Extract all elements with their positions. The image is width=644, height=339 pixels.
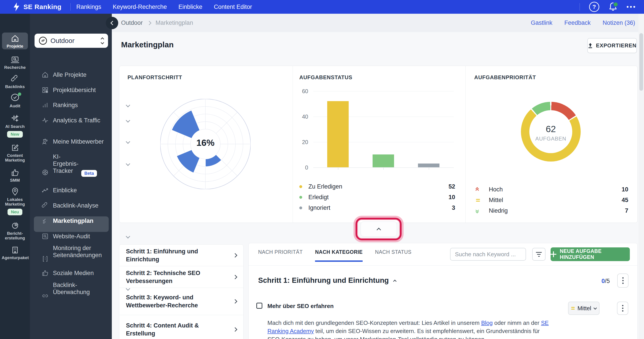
- panel-divider: [293, 66, 293, 223]
- laptop-search-icon: [11, 56, 20, 64]
- section-title: Schritt 1: Einführung und Einrichtung: [258, 276, 389, 285]
- chevron-down-icon: [126, 234, 130, 239]
- filter-button[interactable]: [532, 248, 546, 261]
- donut-center-label: 62 AUFGABEN: [529, 124, 573, 142]
- panel-collapse-button[interactable]: [361, 222, 397, 237]
- add-task-button[interactable]: NEUE AUFGABE HINZUFÜGEN: [550, 247, 630, 261]
- audit-icon-wrap: [11, 93, 20, 102]
- bar-erledigt: [372, 154, 394, 167]
- step-row-3[interactable]: Schritt 3: Keyword- und Wettbewerber-Rec…: [119, 288, 243, 315]
- chevron-right-icon: [233, 275, 237, 279]
- help-icon[interactable]: ?: [589, 2, 599, 12]
- panel-divider: [465, 66, 466, 223]
- checklist-icon: [42, 218, 48, 224]
- link-monitor-icon: [42, 293, 48, 299]
- rail-item-berichterstellung[interactable]: Bericht-erstellung: [0, 222, 30, 240]
- step-row-2[interactable]: Schritt 2: Technische SEO Verbesserungen: [119, 266, 243, 288]
- keyword-search: [450, 248, 526, 261]
- thumbs-up-icon: [11, 169, 19, 177]
- breadcrumb-bar: Outdoor Marketingplan Gastlink Feedback …: [112, 14, 644, 32]
- site-audit-icon: [42, 233, 48, 240]
- feedback-link[interactable]: Feedback: [564, 19, 591, 26]
- task-menu-button[interactable]: [617, 302, 628, 315]
- project-name: Outdoor: [50, 37, 101, 44]
- gastlink-link[interactable]: Gastlink: [531, 19, 552, 26]
- legend-zu-erledigen: Zu Erledigen 52: [299, 183, 455, 190]
- status-dot-icon: [299, 196, 302, 199]
- competitors-icon: [42, 138, 48, 145]
- nav-rankings[interactable]: Rankings: [76, 3, 102, 10]
- rail-item-backlinks[interactable]: Backlinks: [0, 75, 30, 89]
- tab-nach-kategorie[interactable]: NACH KATEGORIE: [315, 249, 362, 262]
- collapse-section-icon: [393, 280, 397, 283]
- map-pin-icon: [11, 187, 19, 196]
- project-avatar: [39, 37, 47, 45]
- priority-dropdown[interactable]: Mittel: [568, 302, 600, 315]
- home-icon: [11, 34, 19, 42]
- priority-card-title: AUFGABENPRIORITÄT: [474, 74, 536, 80]
- notification-dot: [613, 2, 618, 7]
- export-button[interactable]: EXPORTIEREN: [587, 38, 637, 53]
- page-changes-icon: [42, 256, 48, 262]
- sparkles-icon: [11, 114, 20, 123]
- bar-chart-icon: [42, 102, 48, 108]
- tab-nach-status[interactable]: NACH STATUS: [375, 249, 411, 262]
- pulse-icon: [42, 117, 48, 124]
- rail-item-recherche[interactable]: Recherche: [0, 56, 30, 70]
- rail-item-smm[interactable]: SMM: [0, 169, 30, 183]
- rail-item-audit[interactable]: Audit: [0, 93, 30, 108]
- sidebar-collapse-button[interactable]: [106, 17, 118, 29]
- brand[interactable]: SE Ranking: [13, 2, 62, 11]
- link-icon: [11, 75, 19, 83]
- notifications-bell[interactable]: [608, 2, 618, 11]
- section-menu-button[interactable]: [617, 274, 628, 288]
- top-navbar: SE Ranking Rankings Keyword-Recherche Ei…: [0, 0, 644, 14]
- tab-nach-prioritaet[interactable]: NACH PRIORITÄT: [258, 249, 303, 262]
- building-icon: [11, 246, 19, 254]
- nav-einblicke[interactable]: Einblicke: [178, 3, 202, 10]
- link-icon: [42, 202, 48, 209]
- bar-zu-erledigen: [327, 101, 349, 167]
- project-sidebar: Projekte Outdoor Alle Projekte Projektüb…: [30, 14, 112, 339]
- nav-keyword-recherche[interactable]: Keyword-Recherche: [113, 3, 167, 10]
- priority-low-icon: [476, 209, 484, 213]
- icon-rail: Projekte Recherche Backlinks Audit AI Se…: [0, 14, 30, 339]
- breadcrumb-separator-icon: [147, 21, 152, 25]
- step-row-1[interactable]: Schritt 1: Einführung und Einrichtung: [119, 245, 243, 266]
- top-navigation: Rankings Keyword-Recherche Einblicke Con…: [76, 3, 252, 10]
- notizen-link[interactable]: Notizen (36): [602, 19, 635, 26]
- dashboard-grid-icon: [42, 87, 48, 93]
- rail-item-ai-search[interactable]: AI Search New: [0, 114, 30, 138]
- new-badge: New: [7, 131, 23, 138]
- bolt-icon: [13, 2, 20, 11]
- rail-item-lokales-marketing[interactable]: Lokales Marketing Neu: [0, 187, 30, 215]
- status-dot-icon: [299, 185, 302, 188]
- priority-medium-icon: [571, 307, 575, 310]
- tabs-divider: [248, 265, 637, 266]
- nav-content-editor[interactable]: Content Editor: [214, 3, 252, 10]
- edit-square-icon: [11, 144, 19, 152]
- section-header[interactable]: Schritt 1: Einführung und Einrichtung: [258, 276, 396, 285]
- legend-hoch: Hoch 10: [476, 186, 628, 193]
- step-row-4[interactable]: Schritt 4: Content Audit & Erstellung: [119, 315, 243, 339]
- y-tick-20: 20: [293, 139, 308, 145]
- rail-item-agenturpaket[interactable]: Agenturpaket: [0, 246, 30, 260]
- legend-niedrig: Niedrig 7: [476, 207, 628, 214]
- task-checkbox[interactable]: [256, 303, 262, 309]
- breadcrumb-project[interactable]: Outdoor: [121, 19, 143, 26]
- rail-item-projekte[interactable]: Projekte: [0, 34, 30, 48]
- legend-mittel: Mittel 45: [476, 197, 628, 204]
- blog-link[interactable]: Blog: [481, 320, 492, 326]
- brand-name: SE Ranking: [24, 3, 62, 11]
- project-switcher-icon: [101, 38, 104, 44]
- project-selector[interactable]: Outdoor: [34, 34, 108, 48]
- rail-item-content-marketing[interactable]: Content Marketing: [0, 144, 30, 162]
- beta-badge: Beta: [81, 170, 97, 177]
- scrollbar-thumb[interactable]: [639, 33, 643, 91]
- home-icon: [42, 71, 48, 78]
- more-menu-icon[interactable]: [627, 6, 635, 8]
- ai-tracker-icon: [42, 169, 48, 176]
- progress-center-label: 16%: [183, 138, 228, 148]
- search-input[interactable]: [450, 251, 526, 258]
- bar-ignoriert: [418, 164, 440, 167]
